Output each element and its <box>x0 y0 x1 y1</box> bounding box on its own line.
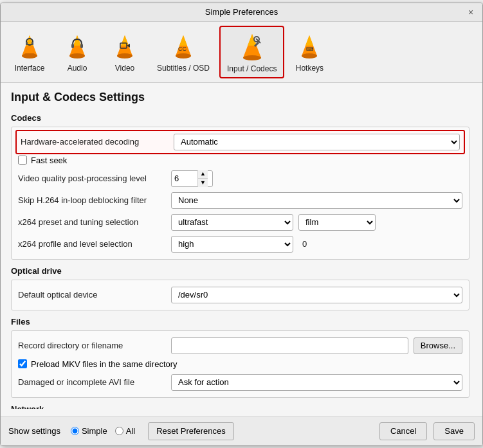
svg-marker-22 <box>248 34 257 46</box>
svg-point-14 <box>117 53 132 58</box>
skip-h264-select[interactable]: None Non-ref Bidir Non-key All <box>171 192 462 209</box>
tab-audio[interactable]: Audio <box>55 26 100 78</box>
vq-up[interactable]: ▲ <box>198 170 208 179</box>
fast-seek-checkbox[interactable] <box>18 156 27 165</box>
browse-button[interactable]: Browse... <box>414 337 462 354</box>
vq-spinners: ▲ ▼ <box>197 170 208 187</box>
svg-point-23 <box>243 55 261 60</box>
skip-h264-row: Skip H.264 in-loop deblocking filter Non… <box>17 190 464 211</box>
vq-row: Video quality post-processing level ▲ ▼ <box>17 168 464 190</box>
subtitles-icon: CC <box>168 30 199 61</box>
svg-rect-5 <box>26 42 28 45</box>
codecs-group: Hardware-accelerated decoding Automatic … <box>11 127 469 260</box>
tab-interface-label: Interface <box>15 64 45 73</box>
tab-audio-label: Audio <box>68 64 87 73</box>
vq-input-wrap: ▲ ▼ <box>171 170 213 187</box>
footer: Show settings Simple All Reset Preferenc… <box>1 417 482 445</box>
svg-marker-18 <box>179 35 187 46</box>
simple-radio[interactable] <box>71 427 79 435</box>
preload-mkv-label: Preload MKV files in the same directory <box>31 359 178 369</box>
svg-text:CC: CC <box>178 46 187 52</box>
svg-point-19 <box>176 53 191 58</box>
tab-interface[interactable]: Interface <box>7 26 52 78</box>
tab-input-label: Input / Codecs <box>227 64 277 73</box>
preload-mkv-row: Preload MKV files in the same directory <box>17 357 464 372</box>
all-label: All <box>126 426 135 436</box>
codecs-section-label: Codecs <box>11 113 469 123</box>
show-settings-label: Show settings <box>8 426 60 436</box>
record-input[interactable] <box>171 337 408 354</box>
svg-point-29 <box>302 53 317 58</box>
hw-decoding-row: Hardware-accelerated decoding Automatic <box>15 130 465 154</box>
audio-icon <box>62 30 93 61</box>
main-window: Simple Preferences × Interface <box>0 3 483 446</box>
x264-tuning-select[interactable]: film animation grain <box>298 214 376 231</box>
preload-mkv-checkbox[interactable] <box>18 359 27 368</box>
svg-point-9 <box>69 53 85 58</box>
main-content: Input & Codecs Settings Codecs Hardware-… <box>1 83 482 417</box>
record-label: Record directory or filename <box>18 341 166 350</box>
hw-decoding-label: Hardware-accelerated decoding <box>21 137 169 147</box>
network-section-label: Network <box>11 404 469 409</box>
svg-marker-13 <box>121 35 129 46</box>
x264-profile-select[interactable]: baseline main high high10 <box>171 236 293 253</box>
x264-level-value: 0 <box>298 238 324 250</box>
files-group: Record directory or filename Browse... P… <box>11 330 469 398</box>
interface-icon <box>14 30 45 61</box>
hotkeys-icon: ⌨ <box>294 30 325 61</box>
record-row: Record directory or filename Browse... <box>17 335 464 357</box>
page-title: Input & Codecs Settings <box>11 91 472 104</box>
hw-decoding-select[interactable]: Automatic <box>174 134 460 150</box>
input-icon <box>237 31 268 62</box>
optical-device-label: Default optical device <box>18 290 166 300</box>
damaged-avi-row: Damaged or incomplete AVI file Ask for a… <box>17 372 464 393</box>
damaged-avi-label: Damaged or incomplete AVI file <box>18 377 166 387</box>
tab-subtitles-label: Subtitles / OSD <box>157 64 210 73</box>
optical-section-label: Optical drive <box>11 266 469 276</box>
vq-label: Video quality post-processing level <box>18 174 166 183</box>
vq-input[interactable] <box>172 172 197 184</box>
optical-device-select[interactable]: /dev/sr0 /dev/sr1 /dev/cdrom <box>171 287 462 303</box>
tab-input[interactable]: Input / Codecs <box>219 26 284 78</box>
cancel-button[interactable]: Cancel <box>379 422 427 440</box>
simple-radio-label[interactable]: Simple <box>71 426 107 436</box>
x264-preset-row: x264 preset and tuning selection ultrafa… <box>17 211 464 233</box>
x264-preset-label: x264 preset and tuning selection <box>18 217 166 227</box>
x264-profile-row: x264 profile and level selection baselin… <box>17 233 464 255</box>
fast-seek-row: Fast seek <box>17 153 464 168</box>
tab-hotkeys-label: Hotkeys <box>296 64 324 73</box>
skip-h264-label: Skip H.264 in-loop deblocking filter <box>18 195 166 205</box>
fast-seek-label: Fast seek <box>31 156 67 165</box>
files-section-label: Files <box>11 317 469 327</box>
x264-profile-label: x264 profile and level selection <box>18 239 166 249</box>
tab-video-label: Video <box>115 64 134 73</box>
optical-device-row: Default optical device /dev/sr0 /dev/sr1… <box>17 284 464 306</box>
save-button[interactable]: Save <box>433 422 475 440</box>
optical-group: Default optical device /dev/sr0 /dev/sr1… <box>11 280 469 310</box>
tab-hotkeys[interactable]: ⌨ Hotkeys <box>287 26 332 78</box>
svg-rect-3 <box>24 53 35 56</box>
titlebar: Simple Preferences × <box>1 3 482 22</box>
svg-text:⌨: ⌨ <box>306 46 314 52</box>
all-radio[interactable] <box>115 427 123 435</box>
window-title: Simple Preferences <box>17 7 466 17</box>
vq-down[interactable]: ▼ <box>198 179 208 187</box>
video-icon <box>109 30 140 61</box>
damaged-avi-select[interactable]: Ask for action Always fix Never fix <box>171 374 462 391</box>
svg-rect-6 <box>32 42 33 45</box>
svg-marker-28 <box>305 35 313 46</box>
simple-label: Simple <box>82 426 107 436</box>
show-settings-radios: Simple All <box>71 426 135 436</box>
tab-subtitles[interactable]: CC Subtitles / OSD <box>150 26 217 78</box>
all-radio-label[interactable]: All <box>115 426 135 436</box>
toolbar: Interface Audio <box>1 22 482 83</box>
x264-preset-select[interactable]: ultrafast superfast veryfast faster fast… <box>171 214 293 231</box>
reset-button[interactable]: Reset Preferences <box>148 422 234 440</box>
close-button[interactable]: × <box>466 7 476 17</box>
scroll-area[interactable]: Codecs Hardware-accelerated decoding Aut… <box>11 113 472 409</box>
svg-rect-10 <box>71 44 74 48</box>
svg-rect-11 <box>80 44 83 48</box>
tab-video[interactable]: Video <box>102 26 147 78</box>
